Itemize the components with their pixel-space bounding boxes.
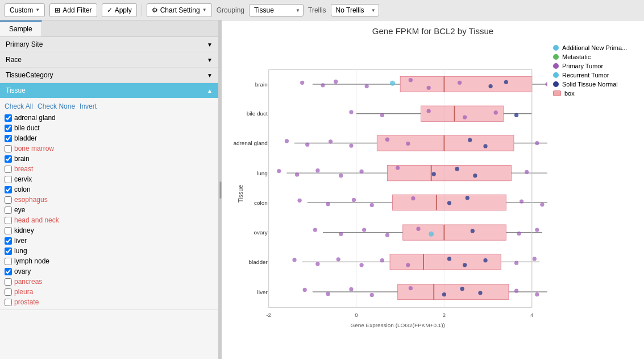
tissue-label-kidney[interactable]: kidney [14,226,34,234]
legend-dot-additional [553,45,559,51]
legend-item-box: box [553,90,633,97]
tabs-bar: Sample [0,20,218,37]
y-label-liver: liver [257,289,268,295]
bladder-dot-dark2 [463,263,467,267]
colon-dot-4 [370,203,374,207]
apply-button[interactable]: ✓ Apply [102,3,137,17]
x-axis-label: Gene Expression (LOG2(FPKM+0.1)) [350,322,445,328]
invert-link[interactable]: Invert [80,102,97,110]
trellis-select[interactable]: No Trellis Horizontal Vertical [331,4,379,16]
legend-dot-metastatic [553,54,559,60]
bile-dot-3 [427,109,431,113]
check-none-link[interactable]: Check None [38,102,75,110]
legend-item-metastatic: Metastatic [553,53,633,60]
tissue-checkbox-pancreas[interactable] [5,278,12,286]
legend-item-primary-tumor: Primary Tumor [553,63,633,69]
tissue-checkbox-esophagus[interactable] [5,196,12,204]
bladder-dot-1 [292,258,296,262]
tissue-checkbox-eye[interactable] [5,207,12,214]
adrenal-dot-6 [406,142,410,146]
lung-dot-dark2 [455,167,459,171]
tissue-label-lung[interactable]: lung [14,247,27,255]
bile-dot-dark [514,113,518,117]
tissue-checkbox-lung[interactable] [5,247,12,255]
tissue-label-prostate[interactable]: prostate [14,298,39,306]
tissue-checkbox-head-and-neck[interactable] [5,217,12,224]
chart-setting-button[interactable]: ⚙ Chart Setting ▼ [147,3,212,17]
tissue-label-bile-duct[interactable]: bile duct [14,124,40,132]
tissue-checkbox-brain[interactable] [5,155,12,163]
add-filter-button[interactable]: ⊞ Add Filter [49,3,97,17]
tissue-label-liver[interactable]: liver [14,237,27,245]
tissue-label-ovary[interactable]: ovary [14,267,31,275]
adrenal-dot-2 [305,143,309,147]
brain-dot-7 [458,81,462,85]
tissue-item: prostate [5,297,214,307]
tab-sample[interactable]: Sample [0,20,42,36]
tissue-checkbox-bone-marrow[interactable] [5,145,12,152]
filter-header-race[interactable]: Race ▼ [0,52,218,67]
chart-title: Gene FPKM for BCL2 by Tissue [227,26,638,36]
colon-dot-2 [326,202,330,206]
tissue-label-esophagus[interactable]: esophagus [14,196,48,204]
tissue-label-lymph-node[interactable]: lymph node [14,257,49,265]
colon-dot-3 [352,198,356,202]
filter-header-tissue-category[interactable]: TissueCategory ▼ [0,68,218,82]
bladder-dot-dark1 [447,257,451,261]
tissue-checkbox-prostate[interactable] [5,299,12,306]
tissue-checkbox-pleura[interactable] [5,288,12,296]
bile-box [421,106,504,121]
right-panel: Gene FPKM for BCL2 by Tissue Tissue [222,20,644,359]
tissue-label-brain[interactable]: brain [14,155,30,163]
check-all-link[interactable]: Check All [5,102,33,110]
tissue-item: bladder [5,133,214,143]
adrenal-dot-1 [285,139,289,143]
y-label-adrenal: adrenal gland [233,140,267,146]
ovary-dot-cyan [429,232,434,237]
legend-dot-solid-tissue [553,81,559,87]
tissue-checkbox-adrenal-gland[interactable] [5,114,12,122]
lung-dot-dark1 [432,172,436,176]
tissue-label-bone-marrow[interactable]: bone marrow [14,145,54,152]
tissue-label: Tissue [6,86,26,94]
tissue-label-bladder[interactable]: bladder [14,134,37,142]
tissue-checkbox-colon[interactable] [5,186,12,193]
grouping-select[interactable]: Tissue Race Primary Site [249,4,304,16]
liver-dot-3 [349,287,353,291]
bladder-dot-3 [336,257,340,261]
ovary-dot-dark [471,229,475,233]
left-panel: Sample Primary Site ▼ Race ▼ TissueCat [0,20,219,359]
chart-svg-area: Tissue -2 0 2 4 6 [227,39,547,349]
colon-dot-1 [297,199,301,203]
tissue-label-cervix[interactable]: cervix [14,175,32,183]
legend-dot-recurrent [553,72,559,78]
tissue-checkbox-bladder[interactable] [5,135,12,142]
tissue-item: adrenal gland [5,113,214,123]
tissue-label-breast[interactable]: breast [14,165,33,173]
chart-bg [269,70,532,308]
tissue-label-eye[interactable]: eye [14,206,25,214]
legend-label-box: box [564,90,575,97]
tissue-checkbox-kidney[interactable] [5,227,12,234]
tissue-category-arrow-icon: ▼ [207,72,213,79]
colon-dot-7 [540,203,544,207]
filter-header-primary-site[interactable]: Primary Site ▼ [0,37,218,52]
lung-dot-2 [295,172,299,176]
tissue-checkbox-cervix[interactable] [5,176,12,183]
custom-button[interactable]: Custom ▼ [5,3,45,17]
tissue-label-pancreas[interactable]: pancreas [14,278,42,286]
tissue-item: breast [5,164,214,174]
tissue-label-head-and-neck[interactable]: head and neck [14,216,59,224]
bile-dot-4 [463,115,467,119]
tissue-label-adrenal-gland[interactable]: adrenal gland [14,114,56,122]
tissue-checkbox-ovary[interactable] [5,268,12,275]
tissue-label-pleura[interactable]: pleura [14,288,33,296]
tissue-checkbox-liver[interactable] [5,237,12,245]
tissue-label-colon[interactable]: colon [14,185,31,193]
brain-box [400,76,532,92]
legend-label-metastatic: Metastatic [562,53,591,60]
tissue-checkbox-lymph-node[interactable] [5,258,12,265]
tissue-checkbox-breast[interactable] [5,166,12,173]
tissue-checkbox-bile-duct[interactable] [5,125,12,132]
filter-header-tissue[interactable]: Tissue ▲ [0,83,218,98]
